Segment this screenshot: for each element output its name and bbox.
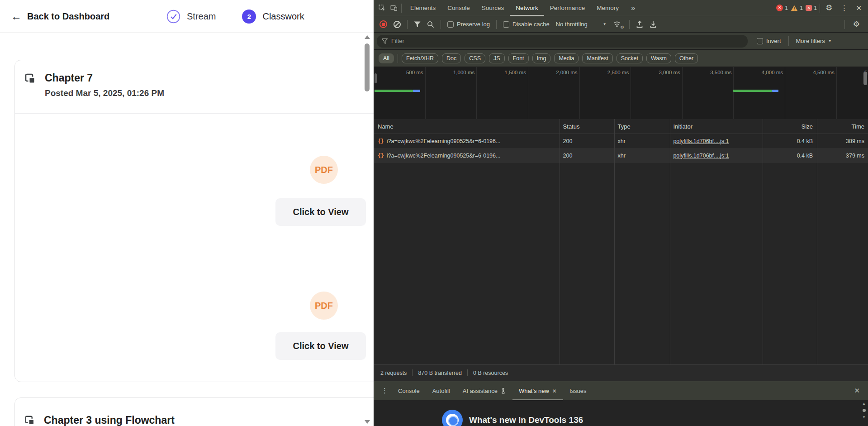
column-divider[interactable] — [817, 119, 817, 364]
export-har-icon[interactable] — [650, 20, 657, 28]
devtools-tab-elements[interactable]: Elements — [404, 0, 441, 16]
checkbox[interactable] — [447, 21, 454, 28]
json-response-icon: {} — [378, 153, 384, 159]
drawer-kebab-menu-icon[interactable]: ⋮ — [378, 387, 392, 395]
devtools-tab-network[interactable]: Network — [510, 0, 544, 16]
filter-chip-fetch-xhr[interactable]: Fetch/XHR — [402, 53, 438, 63]
filter-chip-doc[interactable]: Doc — [442, 53, 461, 63]
request-waterfall-bar-blue — [413, 90, 420, 92]
filter-chip-css[interactable]: CSS — [465, 53, 485, 63]
column-header-type[interactable]: Type — [614, 123, 670, 130]
settings-gear-icon[interactable]: ⚙ — [823, 0, 835, 16]
tab-classwork[interactable]: 2 Classwork — [242, 10, 304, 24]
scrollbar-thumb[interactable] — [365, 43, 370, 91]
filter-input-box[interactable] — [377, 35, 748, 48]
assignment-card-chapter-3[interactable]: Chapter 3 using Flowchart — [14, 397, 374, 426]
drawer-tab-label: Issues — [569, 388, 587, 394]
throttling-dropdown[interactable]: No throttling ▼ — [556, 21, 607, 28]
column-header-time[interactable]: Time — [816, 123, 868, 130]
close-devtools-icon[interactable]: ✕ — [853, 0, 864, 16]
click-to-view-button[interactable]: Click to View — [275, 332, 366, 360]
devtools-tab-sources[interactable]: Sources — [476, 0, 510, 16]
issues-badge[interactable]: ✕ 1 — [806, 5, 817, 11]
close-drawer-icon[interactable]: ✕ — [849, 387, 864, 395]
clear-network-log-button[interactable] — [394, 21, 401, 28]
tab-stream[interactable]: Stream — [166, 10, 216, 24]
scrollbar-up-arrow[interactable]: ▲ — [862, 402, 866, 406]
request-type-cell: xhr — [614, 138, 670, 144]
kebab-menu-icon[interactable]: ⋮ — [838, 0, 850, 16]
import-har-icon[interactable] — [636, 20, 643, 28]
more-tabs-icon[interactable]: » — [627, 4, 639, 13]
material-stack-icon — [24, 72, 38, 86]
filter-chip-wasm[interactable]: Wasm — [646, 53, 671, 63]
inspect-element-icon[interactable] — [378, 4, 387, 13]
filter-chip-manifest[interactable]: Manifest — [582, 53, 612, 63]
request-name-cell[interactable]: {}i?a=cwjkwc%2Felearning090525&r=6-0196.… — [374, 138, 560, 144]
scrollbar-down-arrow[interactable] — [365, 420, 370, 424]
back-to-dashboard-button[interactable]: ← Back to Dashboard — [11, 0, 109, 33]
drawer-tab-what-s-new[interactable]: What's new✕ — [512, 381, 563, 401]
network-request-row[interactable]: {}i?a=cwjkwc%2Felearning090525&r=6-0196.… — [374, 134, 868, 148]
scrollbar-up-arrow[interactable] — [365, 35, 370, 39]
drawer-tab-autofill[interactable]: Autofill — [426, 381, 456, 401]
flask-icon — [501, 388, 506, 394]
network-settings-gear-icon[interactable]: ⚙ — [850, 16, 863, 33]
timeline-column: 500 ms — [374, 67, 426, 119]
column-header-initiator[interactable]: Initiator — [669, 123, 762, 130]
filter-chip-media[interactable]: Media — [554, 53, 579, 63]
timeline-column: 3,000 ms — [631, 67, 683, 119]
invert-checkbox[interactable]: Invert — [757, 38, 781, 44]
filter-chip-font[interactable]: Font — [508, 53, 529, 63]
initiator-link[interactable]: polyfills.1d706bf....js:1 — [673, 138, 729, 144]
scrollbar-thumb[interactable] — [863, 409, 866, 412]
filter-funnel-icon[interactable] — [414, 21, 421, 28]
network-conditions-icon[interactable]: ⚙ — [613, 20, 623, 29]
scrollbar-down-arrow[interactable]: ▼ — [862, 415, 866, 419]
column-divider[interactable] — [560, 119, 560, 364]
checkbox[interactable] — [757, 38, 763, 44]
devtools-top-bar: ElementsConsoleSourcesNetworkPerformance… — [374, 0, 868, 16]
filter-chip-js[interactable]: JS — [489, 53, 505, 63]
app-tab-bar: Stream 2 Classwork — [166, 0, 304, 33]
preserve-log-checkbox[interactable]: Preserve log — [447, 21, 490, 28]
more-filters-dropdown[interactable]: More filters ▼ — [796, 38, 832, 44]
drawer-tab-issues[interactable]: Issues — [563, 381, 593, 401]
warning-badge[interactable]: 1 — [791, 5, 803, 11]
assignment-card-chapter-7[interactable]: Chapter 7 Posted Mar 5, 2025, 01:26 PM P… — [14, 60, 374, 382]
drawer-tab-ai-assistance[interactable]: AI assistance — [456, 381, 512, 401]
devtools-tab-performance[interactable]: Performance — [544, 0, 591, 16]
request-name-cell[interactable]: {}i?a=cwjkwc%2Felearning090525&r=6-0196.… — [374, 153, 560, 159]
close-tab-icon[interactable]: ✕ — [552, 388, 557, 394]
devtools-tab-memory[interactable]: Memory — [591, 0, 625, 16]
network-request-row[interactable]: {}i?a=cwjkwc%2Felearning090525&r=6-0196.… — [374, 148, 868, 163]
filter-input[interactable] — [391, 38, 743, 44]
network-overview-timeline[interactable]: 500 ms1,000 ms1,500 ms2,000 ms2,500 ms3,… — [374, 67, 868, 119]
column-header-name[interactable]: Name — [374, 123, 560, 130]
app-scrollbar[interactable] — [363, 0, 371, 426]
filter-chip-socket[interactable]: Socket — [617, 53, 643, 63]
drawer-scrollbar[interactable]: ▲ ▼ — [861, 402, 867, 419]
error-badge[interactable]: ✕ 1 — [776, 5, 788, 11]
error-icon: ✕ — [776, 5, 783, 11]
filter-chip-img[interactable]: Img — [532, 53, 551, 63]
request-initiator-cell: polyfills.1d706bf....js:1 — [669, 138, 762, 144]
search-icon[interactable] — [427, 21, 434, 28]
column-divider[interactable] — [670, 119, 670, 364]
column-divider[interactable] — [763, 119, 763, 364]
checkbox[interactable] — [503, 21, 509, 28]
click-to-view-button[interactable]: Click to View — [275, 198, 366, 226]
disable-cache-checkbox[interactable]: Disable cache — [503, 21, 550, 28]
timeline-scrollbar-thumb[interactable] — [863, 72, 867, 85]
initiator-link[interactable]: polyfills.1d706bf....js:1 — [673, 153, 729, 159]
filter-chip-other[interactable]: Other — [675, 53, 698, 63]
filter-chip-all[interactable]: All — [379, 53, 394, 63]
device-toolbar-icon[interactable] — [389, 4, 398, 13]
column-header-status[interactable]: Status — [560, 123, 614, 130]
drawer-tab-console[interactable]: Console — [392, 381, 426, 401]
devtools-tab-console[interactable]: Console — [441, 0, 476, 16]
column-divider[interactable] — [614, 119, 615, 364]
record-network-log-button[interactable] — [379, 20, 387, 28]
column-header-size[interactable]: Size — [762, 123, 816, 130]
timeline-resize-grip[interactable] — [375, 73, 377, 83]
